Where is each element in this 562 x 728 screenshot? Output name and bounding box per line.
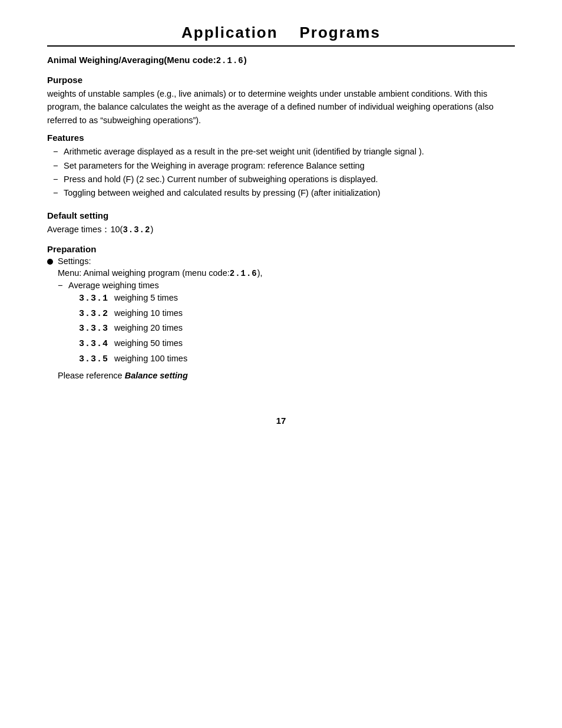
feature-item-2: Set parameters for the Weighing in avera… xyxy=(53,159,515,173)
avg-weighing-label: Average weighing times xyxy=(58,281,515,290)
weighing-desc-2: weighing 10 times xyxy=(114,307,183,321)
purpose-text: weights of unstable samples (e.g., live … xyxy=(47,87,515,127)
weighing-code-3: 3.3.3 xyxy=(79,322,114,337)
purpose-section: Purpose weights of unstable samples (e.g… xyxy=(47,75,515,127)
feature-item-1: Arithmetic average displayed as a result… xyxy=(53,145,515,159)
default-setting-heading: Default setting xyxy=(47,210,515,220)
balance-setting-bold: Balance setting xyxy=(125,371,188,380)
default-setting-text: Average times：10(3.3.2) xyxy=(47,223,515,237)
bullet-dot-icon xyxy=(47,259,53,265)
section-title: Animal Weighing/Averaging(Menu code:2.1.… xyxy=(47,55,515,65)
weighing-code-1: 3.3.1 xyxy=(79,292,114,307)
page-header: Application Programs xyxy=(47,24,515,47)
features-heading: Features xyxy=(47,133,515,143)
weighing-desc-3: weighing 20 times xyxy=(114,321,183,335)
default-setting-section: Default setting Average times：10(3.3.2) xyxy=(47,210,515,237)
features-list: Arithmetic average displayed as a result… xyxy=(47,145,515,200)
settings-bullet: Settings: xyxy=(47,256,515,266)
header-title: Application Programs xyxy=(181,24,381,41)
features-section: Features Arithmetic average displayed as… xyxy=(47,133,515,200)
settings-label: Settings: xyxy=(58,256,91,266)
page-number: 17 xyxy=(47,416,515,426)
purpose-heading: Purpose xyxy=(47,75,515,85)
feature-item-4: Toggling between weighed and calculated … xyxy=(53,186,515,200)
weighing-code-4: 3.3.4 xyxy=(79,337,114,352)
weighing-code-5: 3.3.5 xyxy=(79,353,114,367)
weighing-row-5: 3.3.5 weighing 100 times xyxy=(79,352,515,367)
weighing-code-2: 3.3.2 xyxy=(79,307,114,322)
header-application: Application xyxy=(181,24,278,41)
preparation-heading: Preparation xyxy=(47,244,515,254)
balance-setting-note: Please reference Balance setting xyxy=(58,371,515,380)
feature-item-3: Press and hold (F) (2 sec.) Current numb… xyxy=(53,173,515,186)
weighing-desc-1: weighing 5 times xyxy=(114,291,178,305)
menu-code-line: Menu: Animal weighing program (menu code… xyxy=(58,268,515,278)
preparation-section: Preparation Settings: Menu: Animal weigh… xyxy=(47,244,515,380)
weighing-row-1: 3.3.1 weighing 5 times xyxy=(79,291,515,307)
weighing-row-2: 3.3.2 weighing 10 times xyxy=(79,307,515,322)
weighing-desc-4: weighing 50 times xyxy=(114,337,183,351)
weighing-desc-5: weighing 100 times xyxy=(114,352,187,366)
header-programs: Programs xyxy=(300,24,381,41)
weighing-row-4: 3.3.4 weighing 50 times xyxy=(79,337,515,352)
weighing-row-3: 3.3.3 weighing 20 times xyxy=(79,321,515,337)
weighing-table: 3.3.1 weighing 5 times 3.3.2 weighing 10… xyxy=(79,291,515,367)
